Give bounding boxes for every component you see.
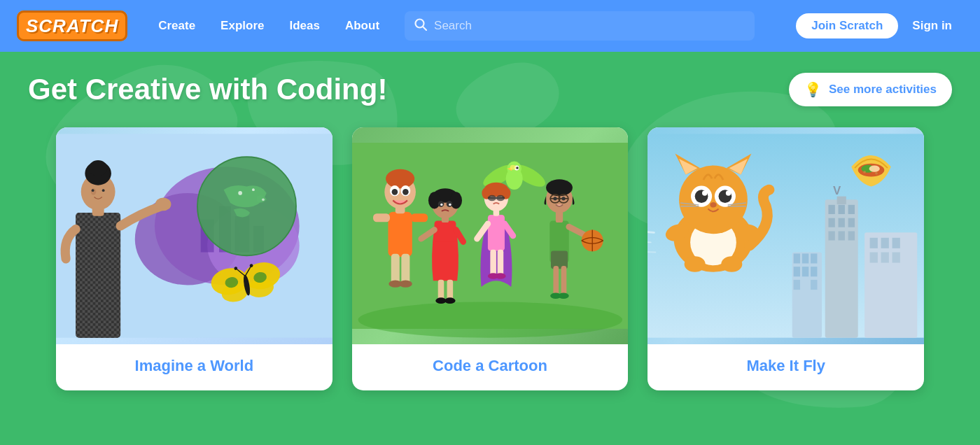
svg-rect-115: [802, 253, 808, 263]
svg-rect-82: [497, 250, 503, 277]
svg-point-147: [679, 165, 748, 234]
svg-point-76: [440, 204, 442, 206]
svg-point-72: [428, 192, 440, 209]
svg-point-14: [262, 198, 265, 201]
svg-rect-52: [401, 254, 410, 284]
card-imagine-a-world[interactable]: Imagine a World: [56, 127, 332, 390]
svg-rect-131: [839, 231, 845, 240]
svg-rect-136: [881, 238, 889, 248]
svg-point-165: [869, 165, 880, 171]
svg-point-108: [561, 197, 565, 200]
svg-point-42: [358, 302, 622, 337]
nav-right: Join Scratch Sign in: [796, 13, 963, 38]
svg-point-23: [89, 160, 107, 176]
card-code-a-cartoon[interactable]: Code a Cartoon: [352, 127, 629, 390]
svg-rect-97: [553, 266, 559, 296]
card-label-fly: Make It Fly: [648, 344, 924, 390]
svg-point-68: [444, 297, 455, 304]
nav-link-ideas[interactable]: Ideas: [278, 15, 330, 37]
svg-point-27: [155, 197, 172, 211]
svg-rect-66: [447, 280, 453, 301]
svg-rect-62: [373, 213, 390, 222]
svg-rect-119: [811, 267, 817, 276]
search-icon: [414, 18, 427, 34]
svg-rect-65: [438, 280, 444, 301]
card-image-world: [56, 127, 332, 344]
svg-rect-139: [881, 252, 889, 262]
svg-rect-117: [794, 267, 800, 276]
svg-point-48: [516, 167, 518, 169]
svg-rect-135: [870, 238, 878, 248]
svg-point-26: [102, 189, 105, 192]
svg-point-167: [875, 172, 878, 175]
svg-point-25: [92, 189, 94, 192]
svg-point-73: [450, 192, 462, 209]
hero-section: Get Creative with Coding! 💡 See more act…: [0, 52, 980, 445]
card-label-world: Imagine a World: [56, 344, 332, 390]
see-more-activities-button[interactable]: 💡 See more activities: [789, 73, 952, 106]
svg-rect-128: [839, 218, 845, 227]
svg-rect-116: [811, 253, 817, 263]
svg-point-77: [449, 204, 451, 206]
svg-rect-138: [870, 252, 878, 262]
svg-point-60: [391, 189, 398, 195]
logo[interactable]: SCRATCH: [17, 15, 127, 37]
card-image-fly: V: [648, 127, 924, 344]
svg-rect-137: [892, 238, 900, 248]
svg-rect-114: [794, 253, 800, 263]
svg-rect-123: [837, 197, 846, 204]
svg-rect-118: [802, 267, 808, 276]
svg-rect-64: [434, 221, 456, 242]
svg-text:V: V: [833, 184, 841, 197]
svg-rect-50: [388, 212, 412, 257]
svg-point-158: [710, 202, 717, 208]
svg-rect-126: [848, 205, 855, 214]
svg-rect-140: [892, 252, 900, 262]
svg-point-103: [546, 179, 573, 196]
card-make-it-fly[interactable]: V: [648, 127, 924, 390]
svg-rect-120: [794, 280, 800, 290]
svg-point-144: [722, 256, 743, 272]
svg-point-12: [238, 191, 242, 195]
join-scratch-button[interactable]: Join Scratch: [796, 13, 898, 38]
svg-rect-129: [848, 218, 855, 227]
svg-point-13: [252, 188, 255, 191]
svg-point-157: [726, 190, 732, 196]
svg-rect-16: [76, 213, 120, 338]
nav-link-about[interactable]: About: [334, 15, 391, 37]
svg-rect-51: [391, 254, 399, 284]
activity-cards: Imagine a World: [28, 127, 952, 390]
svg-point-166: [864, 171, 867, 174]
svg-rect-125: [839, 205, 845, 214]
svg-point-54: [399, 280, 412, 287]
svg-point-100: [558, 293, 568, 299]
svg-rect-98: [561, 266, 566, 296]
svg-point-49: [510, 165, 516, 170]
svg-rect-63: [411, 213, 428, 222]
search-input[interactable]: [434, 19, 745, 33]
svg-rect-81: [490, 250, 496, 277]
svg-rect-130: [829, 231, 835, 240]
card-image-cartoon: [352, 127, 629, 344]
svg-point-57: [386, 169, 414, 188]
svg-rect-113: [792, 252, 822, 337]
svg-rect-80: [488, 215, 505, 250]
hero-content: Get Creative with Coding! 💡 See more act…: [0, 52, 980, 390]
svg-point-84: [495, 273, 505, 279]
see-more-label: See more activities: [829, 83, 937, 97]
search-bar[interactable]: [405, 11, 755, 41]
svg-point-143: [685, 256, 706, 272]
nav-link-explore[interactable]: Explore: [209, 15, 275, 37]
card-label-cartoon: Code a Cartoon: [352, 344, 629, 390]
nav-link-create[interactable]: Create: [147, 15, 206, 37]
svg-rect-124: [829, 205, 835, 214]
nav-links: Create Explore Ideas About: [147, 15, 391, 37]
svg-line-1: [423, 27, 426, 30]
sign-in-link[interactable]: Sign in: [901, 13, 963, 38]
svg-point-61: [402, 189, 409, 195]
svg-rect-121: [811, 280, 817, 290]
svg-rect-132: [848, 231, 855, 240]
bulb-icon: 💡: [804, 81, 822, 98]
svg-point-156: [702, 190, 708, 196]
navigation: SCRATCH Create Explore Ideas About Join …: [0, 0, 980, 52]
